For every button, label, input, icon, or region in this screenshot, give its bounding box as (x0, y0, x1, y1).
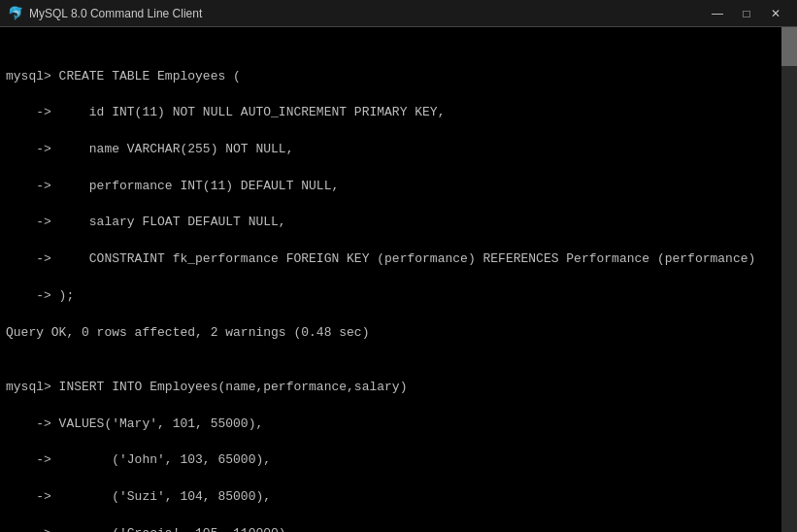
terminal-line: -> id INT(11) NOT NULL AUTO_INCREMENT PR… (6, 104, 776, 122)
terminal-line: -> ('John', 103, 65000), (6, 451, 776, 470)
terminal-line: -> ('Gracia', 105, 110000), (6, 525, 776, 532)
minimize-button[interactable]: — (704, 3, 731, 24)
terminal-line: -> performance INT(11) DEFAULT NULL, (6, 178, 776, 196)
terminal-line: -> name VARCHAR(255) NOT NULL, (6, 141, 776, 159)
terminal-content: mysql> CREATE TABLE Employees ( -> id IN… (6, 68, 791, 532)
scrollbar-thumb[interactable] (781, 27, 797, 66)
terminal-line: -> ); (6, 287, 776, 306)
terminal-line: -> salary FLOAT DEFAULT NULL, (6, 214, 776, 232)
terminal-line: -> VALUES('Mary', 101, 55000), (6, 416, 776, 434)
scrollbar[interactable] (781, 27, 797, 532)
terminal-output[interactable]: mysql> CREATE TABLE Employees ( -> id IN… (0, 27, 797, 532)
terminal-line: mysql> CREATE TABLE Employees ( (6, 68, 776, 86)
terminal-line: Query OK, 0 rows affected, 2 warnings (0… (6, 324, 776, 343)
terminal-line: -> CONSTRAINT fk_performance FOREIGN KEY… (6, 250, 776, 269)
terminal-line: -> ('Suzi', 104, 85000), (6, 488, 776, 507)
maximize-button[interactable]: □ (733, 3, 760, 24)
close-button[interactable]: ✕ (762, 3, 789, 24)
title-bar: 🐬 MySQL 8.0 Command Line Client — □ ✕ (0, 0, 797, 27)
terminal-line: mysql> INSERT INTO Employees(name,perfor… (6, 379, 776, 397)
app-icon: 🐬 (8, 6, 23, 21)
title-bar-text: MySQL 8.0 Command Line Client (29, 7, 704, 20)
window-controls: — □ ✕ (704, 3, 789, 24)
